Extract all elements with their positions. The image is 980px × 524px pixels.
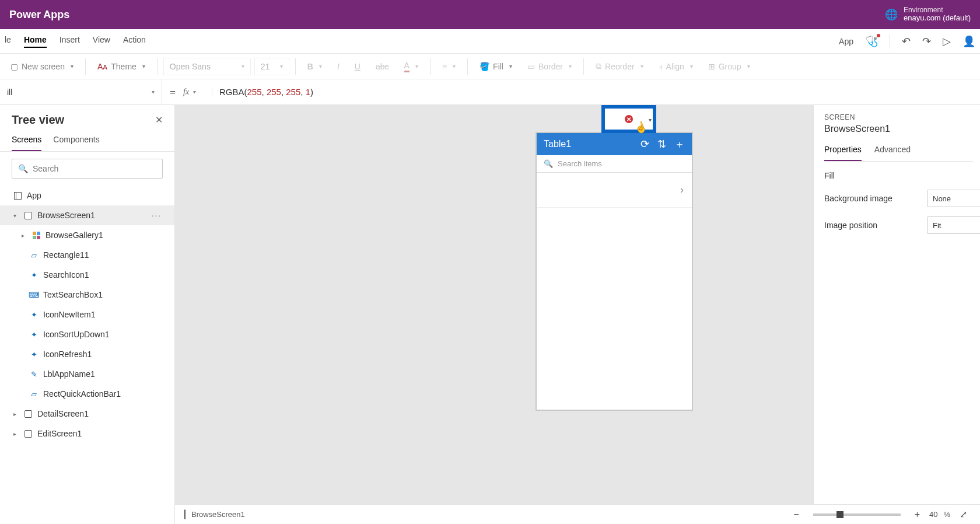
bold-button[interactable]: B▾ xyxy=(302,60,328,74)
add-icon[interactable]: ＋ xyxy=(674,137,685,151)
tree-node-iconnewitem1[interactable]: ✦ IconNewItem1 xyxy=(0,305,174,324)
fit-screen-button[interactable]: ⤢ xyxy=(956,509,971,520)
environment-label: Environment xyxy=(904,6,971,15)
chevron-down-icon[interactable]: ▾ xyxy=(649,117,652,123)
chevron-right-icon[interactable]: ▸ xyxy=(10,431,19,437)
strikethrough-button[interactable]: abc xyxy=(370,60,395,74)
screen-icon: ▢ xyxy=(10,62,18,71)
reorder-button[interactable]: ⧉ Reorder▾ xyxy=(590,59,649,74)
tree-view-panel: Tree view ✕ Screens Components 🔍 Search … xyxy=(0,105,175,524)
tree-node-textsearchbox1[interactable]: ⌨ TextSearchBox1 xyxy=(0,285,174,305)
theme-icon: Aᴀ xyxy=(97,62,107,71)
border-button[interactable]: ▭ Border▾ xyxy=(522,60,578,74)
prop-bgimage-value[interactable]: None xyxy=(928,190,980,207)
fx-button[interactable]: fx▾ xyxy=(183,88,212,97)
prop-tab-advanced[interactable]: Advanced xyxy=(874,141,911,161)
tree-node-browsescreen1[interactable]: ▾ BrowseScreen1 ··· xyxy=(0,205,174,225)
more-icon[interactable]: ··· xyxy=(151,211,169,220)
zoom-out-button[interactable]: − xyxy=(790,509,802,520)
share-icon[interactable]: 👤 xyxy=(963,35,975,48)
tree-node-iconsortupdown1[interactable]: ✦ IconSortUpDown1 xyxy=(0,324,174,344)
globe-icon: 🌐 xyxy=(885,8,898,21)
tree-node-browsegallery1[interactable]: ▸ BrowseGallery1 xyxy=(0,225,174,245)
formula-input[interactable]: RGBA(255, 255, 255, 1) xyxy=(212,87,980,97)
tree-title: Tree view xyxy=(12,113,64,127)
tree-search-input[interactable]: 🔍 Search xyxy=(12,159,163,179)
align-button[interactable]: ⫞ Align▾ xyxy=(653,60,699,74)
tree-node-rectangle11[interactable]: ▱ Rectangle11 xyxy=(0,245,174,265)
undo-icon[interactable]: ↶ xyxy=(902,35,911,48)
textinput-icon: ⌨ xyxy=(29,290,38,299)
app-checker-icon[interactable]: 🩺 xyxy=(865,35,878,48)
tree-node-searchicon1[interactable]: ✦ SearchIcon1 xyxy=(0,265,174,285)
device-preview[interactable]: Table1 ⟳ ⇅ ＋ 🔍 Search items › xyxy=(537,133,692,410)
tree-node-detailscreen1[interactable]: ▸ DetailScreen1 xyxy=(0,404,174,424)
refresh-icon[interactable]: ⟳ xyxy=(640,138,649,151)
search-icon: 🔍 xyxy=(544,159,553,168)
preview-item-row[interactable]: › xyxy=(537,173,692,208)
home-toolbar: ▢ New screen ▾ Aᴀ Theme ▾ Open Sans▾ 21▾… xyxy=(0,54,980,79)
group-icon: ⊞ xyxy=(708,62,715,71)
menu-tab-insert[interactable]: Insert xyxy=(60,35,80,48)
properties-panel: SCREEN BrowseScreen1 Properties Advanced… xyxy=(813,105,980,524)
icon-control-icon: ✦ xyxy=(29,310,38,319)
formula-bar: ill ▾ = fx▾ RGBA(255, 255, 255, 1) xyxy=(0,79,980,105)
new-screen-button[interactable]: ▢ New screen ▾ xyxy=(5,60,79,74)
tree-node-lblappname1[interactable]: ✎ LblAppName1 xyxy=(0,364,174,384)
zoom-slider[interactable] xyxy=(813,513,901,516)
error-icon[interactable]: ✕ xyxy=(625,115,633,123)
menu-tab-action[interactable]: Action xyxy=(123,35,146,48)
font-select[interactable]: Open Sans▾ xyxy=(163,58,251,75)
chevron-right-icon[interactable]: ▸ xyxy=(10,411,19,417)
icon-control-icon: ✦ xyxy=(29,270,38,280)
menu-tab-view[interactable]: View xyxy=(93,35,110,48)
canvas[interactable]: ✕ ▾ ☝ Table1 ⟳ ⇅ ＋ 🔍 Search items › xyxy=(175,105,813,524)
preview-icon[interactable]: ▷ xyxy=(943,35,951,48)
environment-picker[interactable]: 🌐 Environment enayu.com (default) xyxy=(885,6,971,23)
status-screen-name[interactable]: BrowseScreen1 xyxy=(191,510,245,519)
sort-icon[interactable]: ⇅ xyxy=(657,138,666,151)
menu-tab-home[interactable]: Home xyxy=(24,35,47,48)
preview-search[interactable]: 🔍 Search items xyxy=(537,155,692,173)
search-icon: 🔍 xyxy=(18,164,28,173)
group-button[interactable]: ⊞ Group▾ xyxy=(702,60,756,74)
text-align-button[interactable]: ≡▾ xyxy=(436,60,461,74)
italic-button[interactable]: I xyxy=(331,60,345,74)
app-icon xyxy=(14,192,22,200)
screen-icon xyxy=(24,430,32,438)
chevron-down-icon: ▾ xyxy=(142,63,145,69)
underline-button[interactable]: U xyxy=(349,60,366,74)
prop-fill-label: Fill xyxy=(824,171,980,180)
icon-control-icon: ✦ xyxy=(29,350,38,359)
environment-name: enayu.com (default) xyxy=(904,14,971,23)
chevron-right-icon[interactable]: ▸ xyxy=(19,232,27,239)
prop-bgimage-label: Background image xyxy=(824,194,928,203)
app-button[interactable]: App xyxy=(839,37,853,46)
tree-node-app[interactable]: App xyxy=(0,186,174,205)
prop-category: SCREEN xyxy=(824,113,980,121)
prop-imagepos-value[interactable]: Fit xyxy=(928,216,980,234)
font-size-select[interactable]: 21▾ xyxy=(254,58,289,75)
tree-node-editscreen1[interactable]: ▸ EditScreen1 xyxy=(0,424,174,443)
redo-icon[interactable]: ↷ xyxy=(922,35,931,48)
tree-tab-screens[interactable]: Screens xyxy=(12,130,41,151)
menu-tab-file[interactable]: le xyxy=(5,35,11,48)
chevron-down-icon: ▾ xyxy=(280,63,283,69)
tree-tab-components[interactable]: Components xyxy=(53,130,99,151)
prop-tab-properties[interactable]: Properties xyxy=(824,141,862,161)
shape-icon: ▱ xyxy=(29,389,38,399)
selection-handle[interactable]: ✕ xyxy=(601,105,656,133)
preview-appbar: Table1 ⟳ ⇅ ＋ xyxy=(537,133,692,155)
zoom-percent: 40 xyxy=(929,510,937,519)
tree-node-iconrefresh1[interactable]: ✦ IconRefresh1 xyxy=(0,344,174,364)
theme-button[interactable]: Aᴀ Theme ▾ xyxy=(92,60,151,74)
close-icon[interactable]: ✕ xyxy=(155,114,163,125)
align-icon: ≡ xyxy=(442,62,447,71)
tree-node-rectquickactionbar1[interactable]: ▱ RectQuickActionBar1 xyxy=(0,384,174,404)
chevron-down-icon[interactable]: ▾ xyxy=(10,212,19,219)
fill-icon: 🪣 xyxy=(480,62,489,71)
fill-button[interactable]: 🪣 Fill▾ xyxy=(474,60,518,74)
property-selector[interactable]: ill ▾ xyxy=(0,79,162,104)
zoom-in-button[interactable]: + xyxy=(911,509,923,520)
font-color-button[interactable]: A▾ xyxy=(398,58,424,75)
